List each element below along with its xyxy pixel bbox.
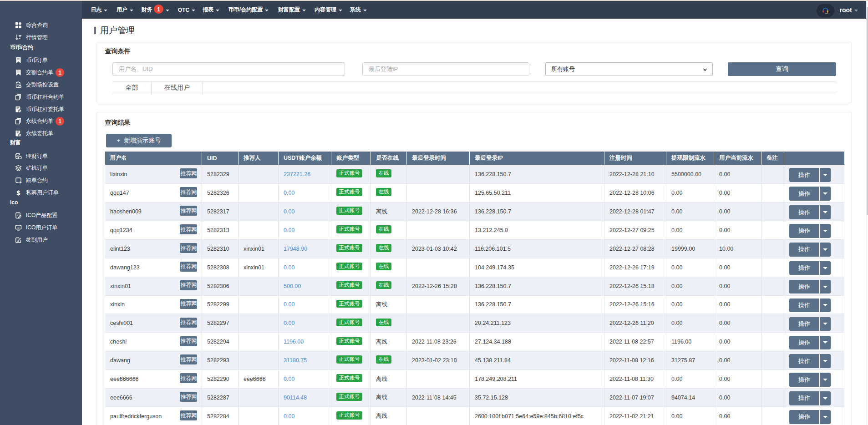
svg-text:$: $ bbox=[17, 189, 20, 196]
